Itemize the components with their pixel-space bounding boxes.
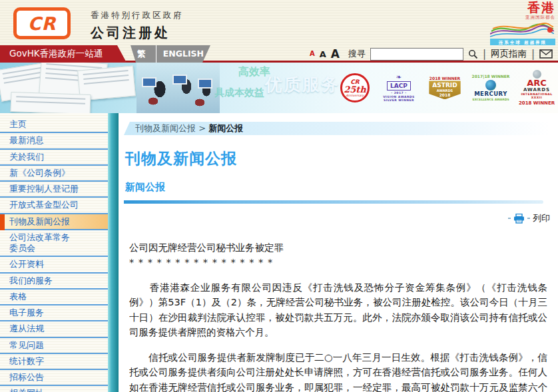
sidebar-item-label: 公司法改革常务委员会 bbox=[9, 232, 76, 254]
dragon-ribbon-icon bbox=[490, 21, 554, 38]
nav-tools: A A A 搜寻 | 网页指南 | bbox=[310, 45, 553, 63]
banner-text-cost: 具成本效益 bbox=[214, 87, 264, 99]
award-lacp-vision-icon: ❧ LACP - 2017 - VISION AWARDS SILVER WIN… bbox=[379, 67, 419, 109]
department-title: 公司注册处 bbox=[91, 24, 184, 42]
section-divider bbox=[124, 200, 543, 204]
sidebar-item-our-services[interactable]: 我们的服务 bbox=[0, 274, 108, 290]
award-astrid-icon: 2018 WINNER ASTRID AWARDS 2018 bbox=[425, 67, 465, 109]
print-label: 列印 bbox=[533, 212, 550, 224]
font-size-medium-button[interactable]: A bbox=[320, 50, 326, 59]
cr-logo[interactable]: CR bbox=[13, 7, 71, 39]
banner: 高效率 优质服务 具成本效益 CR 25th Anniversary ❧ LAC… bbox=[0, 63, 558, 113]
sidebar-item-label: 我们的服务 bbox=[9, 276, 53, 286]
sidebar-item-label: 开放式基金型公司 bbox=[9, 200, 79, 210]
font-size-small-button[interactable]: A bbox=[310, 51, 315, 57]
award-text: LACP bbox=[387, 81, 411, 91]
main-area: 主页 最新消息 关於我们 新《公司条例》 重要控制人登记册 开放式基金型公司 刊… bbox=[0, 113, 558, 392]
sidebar-item-whats-new[interactable]: 最新消息 bbox=[0, 133, 108, 149]
sidebar-item-standing-committee[interactable]: 公司法改革常务委员会 bbox=[0, 230, 108, 258]
sidebar-item-statistics[interactable]: 统计数字 bbox=[0, 354, 108, 370]
sidebar-item-label: 新《公司条例》 bbox=[9, 168, 70, 178]
award-cr-25th-anniversary-icon: CR 25th Anniversary bbox=[337, 67, 373, 109]
award-text: EXCELLENCE AWARDS bbox=[472, 98, 509, 101]
sidebar-item-public-information[interactable]: 公开资料 bbox=[0, 257, 108, 273]
award-text: SILVER WINNER bbox=[384, 98, 414, 102]
sidebar-item-label: 遵从法规 bbox=[9, 323, 44, 333]
banner-office-photo bbox=[137, 63, 220, 113]
language-tabs: 繁體版 ENGLISH bbox=[131, 45, 210, 63]
print-button[interactable]: 列印 bbox=[124, 212, 550, 224]
sidebar-item-label: 重要控制人登记册 bbox=[9, 184, 79, 194]
sidebar-item-label: 统计数字 bbox=[9, 356, 44, 366]
banner-documents-photo bbox=[0, 63, 137, 113]
sidebar-item-publications-press[interactable]: 刊物及新闻公报 bbox=[0, 214, 108, 230]
sidebar-item-forms[interactable]: 表格 bbox=[0, 290, 108, 305]
sidebar-item-tender-notices[interactable]: 招标公告 bbox=[0, 370, 108, 386]
brand-title: 香港 bbox=[490, 1, 555, 14]
breadcrumb-current: 新闻公报 bbox=[208, 123, 243, 133]
sidebar-item-new-companies-ordinance[interactable]: 新《公司条例》 bbox=[0, 166, 108, 182]
sidebar-item-label: 相关网址 bbox=[9, 388, 44, 392]
printer-icon bbox=[513, 214, 525, 224]
award-badges: CR 25th Anniversary ❧ LACP - 2017 - VISI… bbox=[337, 65, 557, 110]
article-stars-divider: * * * * * * * * * * * * * * * * bbox=[129, 255, 547, 270]
banner-text-quality: 优质服务 bbox=[265, 73, 340, 97]
sidebar-divider-strip bbox=[108, 113, 119, 392]
award-text: 2018 WINNER bbox=[429, 77, 460, 81]
print-dash bbox=[527, 218, 530, 219]
sidebar-item-label: 刊物及新闻公报 bbox=[9, 216, 70, 226]
content-area: 刊物及新闻公报 > 新闻公报 刊物及新闻公报 新闻公报 列印 公司因无牌经营公司… bbox=[119, 113, 558, 392]
sidebar-item-label: 主页 bbox=[9, 119, 27, 129]
print-dash bbox=[508, 218, 511, 219]
tools-divider: | bbox=[531, 48, 535, 60]
tools-divider: | bbox=[483, 48, 486, 60]
sidebar-item-label: 公开资料 bbox=[9, 259, 44, 269]
breadcrumb: 刊物及新闻公报 > 新闻公报 bbox=[124, 122, 550, 135]
award-text: 25th bbox=[344, 85, 366, 94]
article-paragraph: 香港港森企业服务有限公司因违反《打击洗钱及恐怖分子资金筹集条例》（《打击洗钱条例… bbox=[129, 280, 547, 340]
section-title: 新闻公报 bbox=[125, 181, 558, 194]
sidebar-item-label: 招标公告 bbox=[9, 372, 44, 382]
govhk-link[interactable]: GovHK香港政府一站通 bbox=[0, 45, 127, 63]
sidebar-item-open-ended-fund-companies[interactable]: 开放式基金型公司 bbox=[0, 198, 108, 214]
font-size-large-button[interactable]: A bbox=[331, 49, 340, 60]
article-title: 公司因无牌经营公司秘书业务被定罪 bbox=[129, 240, 547, 255]
search-icon[interactable] bbox=[468, 49, 478, 59]
article-paragraph: 信托或公司服务提供者新发牌制度已于二○一八年三月一日生效。根据《打击洗钱条例》，… bbox=[129, 350, 547, 392]
mail-icon[interactable] bbox=[539, 49, 553, 59]
brand-subtitle: 亚洲国际都会 bbox=[490, 15, 555, 21]
award-text: MERCURY bbox=[474, 91, 507, 98]
sidebar-item-label: 关於我们 bbox=[9, 152, 44, 162]
sidebar-item-label: 表格 bbox=[9, 292, 27, 301]
award-text: 2018 bbox=[432, 93, 457, 98]
award-arc-international-icon: ARC AWARDS INTERNATIONAL XXXII 2018 WINN… bbox=[517, 67, 557, 109]
press-release-article: 公司因无牌经营公司秘书业务被定罪 * * * * * * * * * * * *… bbox=[129, 240, 547, 392]
sidebar-menu: 主页 最新消息 关於我们 新《公司条例》 重要控制人登记册 开放式基金型公司 刊… bbox=[0, 113, 108, 392]
sidebar-item-compliance[interactable]: 遵从法规 bbox=[0, 321, 108, 337]
breadcrumb-separator: > bbox=[196, 123, 208, 133]
sidebar-item-label: 常见问题 bbox=[9, 340, 44, 350]
english-link[interactable]: ENGLISH bbox=[156, 45, 210, 63]
award-text: 2017|18 WINNER bbox=[472, 75, 510, 79]
sidebar-item-significant-controllers-register[interactable]: 重要控制人登记册 bbox=[0, 182, 108, 198]
award-mercury-icon: 2017|18 WINNER MERCURY EXCELLENCE AWARDS bbox=[471, 67, 511, 109]
traditional-chinese-link[interactable]: 繁體版 bbox=[131, 45, 156, 63]
award-text: ARC bbox=[527, 79, 547, 87]
brand-hongkong-logo: 香港 亚洲国际都会 连系全球 超越界限 bbox=[490, 1, 555, 47]
search-input[interactable] bbox=[370, 48, 463, 61]
sidebar-item-about-us[interactable]: 关於我们 bbox=[0, 150, 108, 166]
sidebar-item-e-services[interactable]: 电子服务 bbox=[0, 305, 108, 321]
breadcrumb-parent-link[interactable]: 刊物及新闻公报 bbox=[135, 123, 196, 133]
top-navbar: GovHK香港政府一站通 繁體版 ENGLISH A A A 搜寻 | 网页指南… bbox=[0, 45, 558, 63]
sidebar-item-label: 最新消息 bbox=[9, 135, 44, 145]
award-text: XXXII bbox=[531, 96, 542, 99]
sidebar-item-faq[interactable]: 常见问题 bbox=[0, 338, 108, 354]
sidebar-item-home[interactable]: 主页 bbox=[0, 117, 108, 133]
sidebar-item-related-links[interactable]: 相关网址 bbox=[0, 386, 108, 392]
sitemap-link[interactable]: 网页指南 bbox=[491, 48, 527, 60]
sidebar-item-label: 电子服务 bbox=[9, 307, 44, 317]
search-label: 搜寻 bbox=[348, 48, 366, 60]
site-header: CR 香港特别行政区政府 公司注册处 香港 亚洲国际都会 连系全球 超越界限 bbox=[0, 0, 558, 45]
award-text: 2018 WINNER bbox=[519, 100, 555, 106]
government-title: 香港特别行政区政府 bbox=[91, 10, 184, 21]
